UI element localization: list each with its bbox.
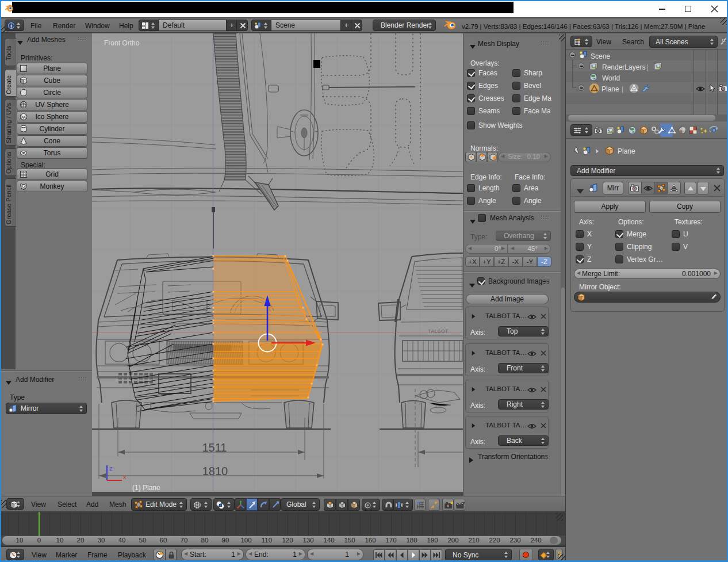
svg-text:x: x [123, 473, 127, 480]
svg-text:1810: 1810 [202, 465, 228, 477]
svg-text:1511: 1511 [202, 441, 227, 454]
svg-text:z: z [109, 465, 113, 472]
svg-text:TALBOT: TALBOT [428, 328, 448, 334]
